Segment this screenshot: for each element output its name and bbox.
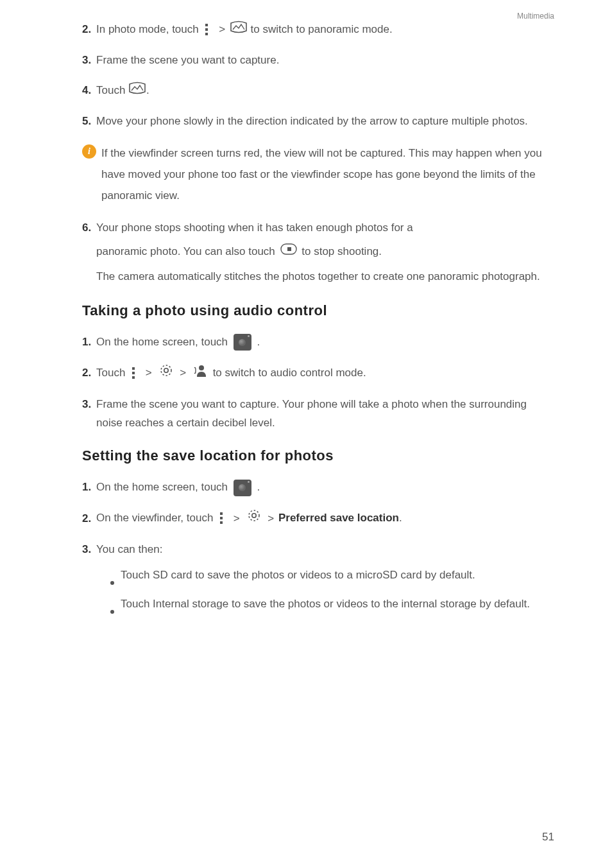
- text-fragment: Touch: [121, 569, 153, 581]
- page-content: 2. In photo mode, touch > to switch to p…: [0, 0, 612, 648]
- step-number: 5.: [82, 112, 96, 131]
- overflow-menu-icon: [132, 367, 135, 379]
- text-fragment: .: [146, 84, 149, 96]
- step-text: On the viewfinder, touch > > Preferred s…: [96, 508, 554, 529]
- bullet-dot-icon: [110, 610, 114, 614]
- text-fragment: to switch to audio control mode.: [213, 367, 366, 379]
- text-fragment: On the home screen, touch: [96, 336, 231, 348]
- text-fragment: panoramic photo. You can also touch: [96, 245, 278, 257]
- text-fragment: On the home screen, touch: [96, 481, 231, 493]
- step-5: 5. Move your phone slowly in the directi…: [82, 112, 554, 131]
- step-b2: 2. Touch > > to switch to audio control …: [82, 363, 554, 384]
- header-section-label: Multimedia: [517, 12, 554, 21]
- step-number: 3.: [82, 51, 96, 70]
- step-number: 1.: [82, 333, 96, 352]
- text-fragment: Touch: [121, 598, 153, 610]
- bold-label: SD card: [153, 569, 192, 581]
- chevron-separator: >: [180, 367, 186, 379]
- step-text: Your phone stops shooting when it has ta…: [96, 219, 554, 238]
- bullet-item: Touch SD card to save the photos or vide…: [110, 566, 554, 586]
- chevron-separator: >: [146, 367, 152, 379]
- text-fragment: Touch: [96, 367, 128, 379]
- panorama-icon: [230, 21, 248, 40]
- step-6-continuation-2: The camera automatically stitches the ph…: [96, 266, 554, 287]
- text-fragment: to save the photos or videos to the inte…: [228, 598, 530, 610]
- step-text: You can then:: [96, 541, 554, 559]
- step-number: 4.: [82, 82, 96, 100]
- step-c3: 3. You can then:: [82, 541, 554, 559]
- text-fragment: On the viewfinder, touch: [96, 512, 216, 525]
- bold-label: Preferred save location: [278, 512, 399, 525]
- text-fragment: .: [257, 336, 260, 348]
- camera-app-icon: [234, 334, 251, 351]
- stop-recording-icon: [280, 241, 297, 262]
- text-fragment: Touch: [96, 84, 128, 96]
- info-text: If the viewfinder screen turns red, the …: [101, 143, 554, 206]
- bullet-item: Touch Internal storage to save the photo…: [110, 595, 554, 614]
- step-number: 2.: [82, 510, 96, 528]
- step-number: 1.: [82, 478, 96, 497]
- gear-icon: [159, 363, 173, 384]
- step-4: 4. Touch .: [82, 82, 554, 101]
- step-text: Move your phone slowly in the direction …: [96, 112, 554, 131]
- step-number: 2.: [82, 21, 96, 39]
- chevron-separator: >: [234, 512, 240, 525]
- step-text: In photo mode, touch > to switch to pano…: [96, 21, 554, 40]
- info-icon: i: [82, 144, 96, 159]
- text-fragment: .: [399, 512, 402, 525]
- step-number: 2.: [82, 364, 96, 383]
- bullet-list: Touch SD card to save the photos or vide…: [110, 566, 554, 614]
- step-6-continuation: panoramic photo. You can also touch to s…: [96, 241, 554, 263]
- audio-person-icon: [193, 364, 207, 383]
- svg-point-6: [249, 510, 259, 521]
- gear-icon: [247, 508, 261, 529]
- heading-audio-control: Taking a photo using audio control: [82, 302, 554, 319]
- overflow-menu-icon: [205, 24, 208, 35]
- step-text: Frame the scene you want to capture.: [96, 51, 554, 70]
- info-callout: i If the viewfinder screen turns red, th…: [82, 143, 554, 206]
- step-b1: 1. On the home screen, touch .: [82, 333, 554, 352]
- text-fragment: to stop shooting.: [302, 245, 382, 257]
- svg-point-3: [161, 365, 171, 376]
- step-text: Touch > > to switch to audio control mod…: [96, 363, 554, 384]
- bold-label: Internal storage: [153, 598, 228, 610]
- step-text: On the home screen, touch .: [96, 333, 554, 352]
- text-fragment: to save the photos or videos to a microS…: [192, 569, 475, 581]
- step-text: Frame the scene you want to capture. You…: [96, 395, 554, 433]
- bullet-dot-icon: [110, 581, 114, 585]
- panorama-icon: [128, 82, 146, 101]
- step-b3: 3. Frame the scene you want to capture. …: [82, 395, 554, 433]
- step-c1: 1. On the home screen, touch .: [82, 478, 554, 497]
- step-number: 3.: [82, 395, 96, 414]
- step-text: On the home screen, touch .: [96, 478, 554, 497]
- step-3: 3. Frame the scene you want to capture.: [82, 51, 554, 70]
- heading-save-location: Setting the save location for photos: [82, 447, 554, 464]
- step-number: 6.: [82, 219, 96, 238]
- text-fragment: to switch to panoramic mode.: [251, 23, 393, 35]
- svg-point-5: [251, 514, 255, 517]
- overflow-menu-icon: [220, 512, 223, 524]
- chevron-separator: >: [268, 512, 274, 525]
- step-c2: 2. On the viewfinder, touch > > Preferre…: [82, 508, 554, 529]
- svg-point-2: [164, 369, 167, 372]
- chevron-separator: >: [219, 23, 225, 35]
- bullet-text: Touch SD card to save the photos or vide…: [121, 566, 554, 586]
- step-number: 3.: [82, 541, 96, 559]
- camera-app-icon: [234, 480, 251, 496]
- text-fragment: .: [257, 481, 260, 493]
- step-2: 2. In photo mode, touch > to switch to p…: [82, 21, 554, 40]
- step-6: 6. Your phone stops shooting when it has…: [82, 219, 554, 238]
- svg-point-4: [199, 365, 204, 370]
- page-number: 51: [542, 831, 554, 844]
- step-text: Touch .: [96, 82, 554, 101]
- text-fragment: In photo mode, touch: [96, 23, 201, 35]
- svg-rect-1: [287, 247, 291, 251]
- bullet-text: Touch Internal storage to save the photo…: [121, 595, 554, 614]
